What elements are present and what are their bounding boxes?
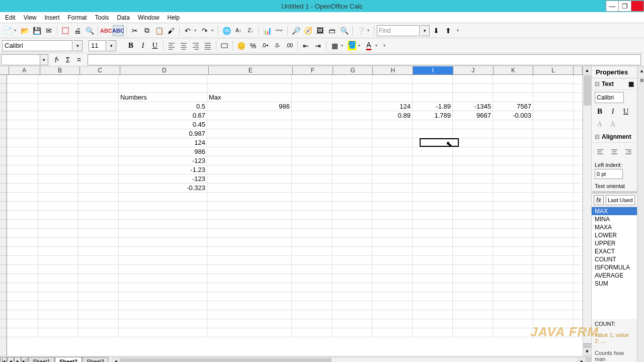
name-box-dropdown[interactable]: ▾ — [40, 54, 48, 65]
hscroll-thumb[interactable] — [120, 358, 332, 363]
zoom-button[interactable]: 🔍 — [339, 25, 350, 36]
menu-view[interactable]: View — [20, 13, 41, 22]
pdf-button[interactable] — [60, 25, 71, 36]
scroll-down-button[interactable]: ▼ — [583, 347, 591, 356]
decrease-indent-button[interactable]: ⇤ — [300, 40, 311, 51]
borders-button[interactable]: ▦ — [329, 40, 340, 51]
sheet-tab-3[interactable]: Sheet3 — [82, 357, 109, 363]
increase-indent-button[interactable]: ⇥ — [312, 40, 324, 51]
fx-item-sum[interactable]: SUM — [592, 280, 637, 288]
horizontal-scrollbar[interactable]: ◂ ▸ — [112, 357, 591, 363]
minimize-button[interactable]: — — [606, 1, 619, 12]
rail-close[interactable]: ▴ — [637, 66, 644, 75]
standard-format-button[interactable]: .00 — [284, 40, 295, 51]
menu-help[interactable]: Help — [164, 13, 184, 22]
menu-tools[interactable]: Tools — [91, 13, 113, 22]
col-header-F[interactable]: F — [293, 66, 333, 74]
datasources-button[interactable]: 🗃 — [327, 25, 338, 36]
sidebar-underline-button[interactable]: U — [621, 106, 631, 116]
tab-prev-button[interactable]: ◂ — [7, 357, 14, 363]
align-right-button[interactable] — [190, 40, 201, 51]
new-button[interactable]: 📄 — [2, 25, 13, 36]
sidebar-rail[interactable]: ▴ ≡ — [637, 66, 644, 362]
col-header-K[interactable]: K — [494, 66, 534, 74]
menu-insert[interactable]: Insert — [40, 13, 63, 22]
fx-icon[interactable]: fx — [594, 195, 604, 205]
text-panel-header[interactable]: Text▦ — [592, 78, 637, 90]
col-header-[interactable] — [574, 66, 583, 74]
col-header-D[interactable]: D — [120, 66, 208, 74]
fx-item-lower[interactable]: LOWER — [592, 231, 637, 239]
col-header-H[interactable]: H — [373, 66, 413, 74]
select-all-corner[interactable] — [0, 66, 9, 74]
formula-input[interactable] — [88, 54, 641, 65]
tab-last-button[interactable]: ▸| — [21, 357, 28, 363]
align-center-button[interactable] — [178, 40, 189, 51]
vscroll-thumb[interactable] — [584, 75, 591, 106]
fx-item-mina[interactable]: MINA — [592, 215, 637, 223]
save-button[interactable]: 💾 — [31, 25, 42, 36]
find-dropdown[interactable]: ▾ — [421, 25, 430, 36]
align-left-button[interactable] — [166, 40, 177, 51]
font-size-input[interactable]: 11 — [89, 40, 106, 51]
show-draw-button[interactable]: 〰 — [274, 25, 285, 36]
panel-menu-icon[interactable]: ▦ — [628, 80, 634, 87]
col-header-C[interactable]: C — [80, 66, 120, 74]
spellcheck-button[interactable]: ABC — [101, 25, 112, 36]
col-header-A[interactable]: A — [9, 66, 40, 74]
help-button[interactable]: ❔ — [355, 25, 366, 36]
undo-button[interactable]: ↶ — [182, 25, 193, 36]
sidebar-italic-button[interactable]: I — [608, 106, 618, 116]
fx-item-count[interactable]: COUNT — [592, 255, 637, 263]
sidebar-font-effect2[interactable]: A — [608, 119, 618, 129]
scroll-up-button[interactable]: ▲ — [583, 66, 591, 75]
menu-edit[interactable]: Edit — [1, 13, 20, 22]
new-dropdown[interactable]: ▾ — [14, 28, 18, 33]
copy-button[interactable]: ⧉ — [141, 25, 152, 36]
fx-category-dropdown[interactable]: Last Used — [606, 195, 635, 205]
currency-button[interactable]: 🪙 — [235, 40, 247, 51]
sidebar-align-right[interactable] — [623, 147, 634, 158]
cut-button[interactable]: ✂ — [129, 25, 140, 36]
del-decimal-button[interactable]: .0- — [272, 40, 283, 51]
chart-button[interactable]: 📊 — [262, 25, 273, 36]
bgcolor-button[interactable]: 🪣 — [346, 40, 357, 51]
menu-window[interactable]: Window — [134, 13, 164, 22]
open-button[interactable]: 📂 — [19, 25, 30, 36]
column-headers[interactable]: ABCDEFGHIJKL — [0, 66, 583, 75]
col-header-J[interactable]: J — [453, 66, 494, 74]
sidebar-bold-button[interactable]: B — [595, 106, 605, 116]
sum-button[interactable]: Σ — [62, 54, 73, 65]
sort-asc-button[interactable]: A↓ — [233, 25, 244, 36]
menu-format[interactable]: Format — [64, 13, 91, 22]
sidebar-align-center[interactable] — [609, 147, 620, 158]
hyperlink-button[interactable]: 🌐 — [221, 25, 232, 36]
alignment-panel-header[interactable]: Alignment — [592, 131, 637, 143]
fx-item-exact[interactable]: EXACT — [592, 247, 637, 255]
close-button[interactable] — [631, 1, 644, 12]
underline-button[interactable]: U — [149, 40, 160, 51]
col-header-E[interactable]: E — [209, 66, 293, 74]
navigator-button[interactable]: 🧭 — [302, 25, 313, 36]
email-button[interactable]: ✉ — [43, 25, 54, 36]
bold-button[interactable]: B — [125, 40, 136, 51]
col-header-G[interactable]: G — [333, 66, 373, 74]
format-paintbrush-button[interactable]: 🖌 — [166, 25, 177, 36]
sort-desc-button[interactable]: Z↓ — [245, 25, 256, 36]
fx-list[interactable]: MAXMINAMAXALOWERUPPEREXACTCOUNTISFORMULA… — [592, 207, 637, 319]
merge-button[interactable] — [219, 40, 230, 51]
name-box[interactable] — [1, 54, 40, 65]
fx-item-upper[interactable]: UPPER — [592, 239, 637, 247]
col-header-I[interactable]: I — [413, 66, 453, 74]
italic-button[interactable]: I — [137, 40, 148, 51]
sidebar-font-input[interactable]: Calibri — [595, 92, 624, 103]
percent-button[interactable]: % — [248, 40, 259, 51]
redo-button[interactable]: ↷ — [199, 25, 210, 36]
rail-properties[interactable]: ≡ — [637, 75, 644, 86]
left-indent-input[interactable]: 0 pt — [595, 169, 623, 179]
font-name-input[interactable]: Calibri — [2, 40, 72, 51]
sidebar-align-left[interactable] — [595, 147, 606, 158]
align-justify-button[interactable] — [202, 40, 213, 51]
row-headers[interactable] — [0, 75, 7, 356]
col-header-L[interactable]: L — [533, 66, 574, 74]
